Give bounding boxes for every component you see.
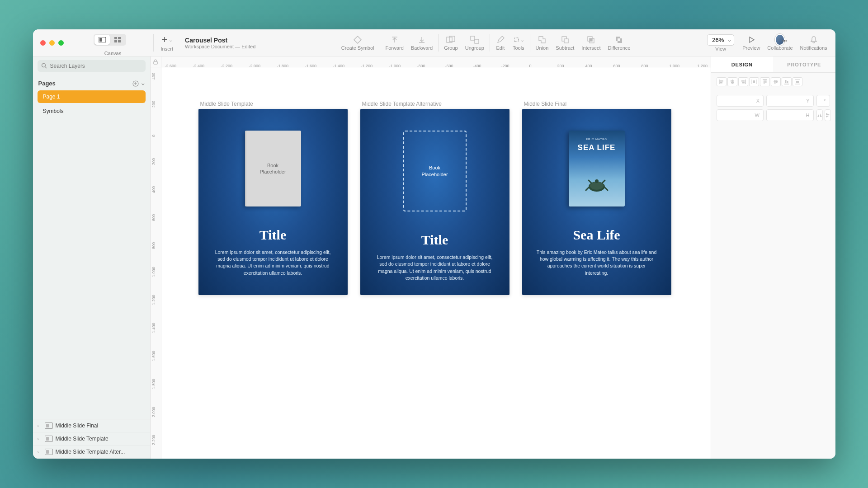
artboard-template-alt[interactable]: Book Placeholder Title Lorem ipsum dolor…: [360, 109, 509, 295]
intersect-button[interactable]: Intersect: [578, 29, 604, 56]
layer-item[interactable]: › Middle Slide Template Alter...: [33, 446, 150, 459]
canvas-view-button[interactable]: [94, 35, 110, 45]
plus-icon: +: [162, 34, 168, 46]
tools-menu[interactable]: ⌵ Tools: [509, 29, 528, 56]
svg-rect-1: [99, 38, 102, 42]
document-subtitle: Workspace Document — Edited: [185, 44, 263, 49]
document-title: Carousel Post: [185, 37, 263, 44]
close-button[interactable]: [40, 40, 46, 46]
artboard-icon: [45, 422, 53, 429]
lock-icon[interactable]: [151, 56, 161, 67]
w-field[interactable]: W: [717, 109, 764, 121]
collapse-pages-button[interactable]: ⌵: [142, 80, 145, 87]
ruler-horizontal: -2.600-2.400-2.200-2.000-1.800-1.600-1.4…: [151, 56, 711, 67]
notifications-button[interactable]: Notifications: [797, 29, 835, 56]
chevron-down-icon: ⌵: [521, 38, 524, 42]
flip-v-button[interactable]: [825, 109, 831, 121]
insert-menu[interactable]: +⌵ Insert: [156, 29, 179, 56]
backward-button[interactable]: Backward: [407, 29, 436, 56]
layer-item[interactable]: › Middle Slide Template: [33, 432, 150, 446]
transform-fields: X Y ° W H: [711, 91, 835, 125]
toolbar: Canvas +⌵ Insert Carousel Post Workspace…: [33, 29, 835, 56]
chevron-right-icon[interactable]: ›: [38, 450, 42, 455]
collaborate-button[interactable]: ••• Collaborate: [764, 29, 796, 56]
grid-view-button[interactable]: [110, 35, 125, 45]
align-top-button[interactable]: [760, 77, 770, 86]
svg-rect-20: [618, 38, 620, 41]
left-panel: Pages ⌵ Page 1 Symbols › Middle Slide Fi…: [33, 56, 151, 459]
search-layers[interactable]: [38, 60, 146, 72]
view-toggle-group: Canvas: [75, 29, 151, 56]
artboard-icon: [45, 436, 53, 442]
edit-button[interactable]: Edit: [492, 29, 509, 56]
svg-rect-49: [785, 80, 787, 83]
svg-rect-17: [590, 38, 592, 41]
traffic-lights: [33, 29, 75, 56]
artboard-label[interactable]: Middle Slide Template: [200, 101, 253, 107]
align-vcenter-button[interactable]: [771, 77, 781, 86]
h-field[interactable]: H: [766, 109, 814, 121]
svg-rect-32: [720, 82, 722, 84]
layer-item[interactable]: › Middle Slide Final: [33, 419, 150, 432]
svg-rect-10: [471, 36, 475, 40]
flip-h-button[interactable]: [816, 109, 823, 121]
artboard-template[interactable]: Book Placeholder Title Lorem ipsum dolor…: [198, 109, 348, 295]
subtract-button[interactable]: Subtract: [552, 29, 578, 56]
page-item-page1[interactable]: Page 1: [38, 90, 146, 103]
create-symbol-button[interactable]: Create Symbol: [338, 29, 378, 56]
slide-title: Sea Life: [573, 227, 620, 243]
ungroup-button[interactable]: Ungroup: [462, 29, 488, 56]
inspector-panel: DESIGN PROTOTYPE X Y ° W H: [711, 56, 835, 459]
view-menu[interactable]: 26% View: [703, 29, 739, 56]
tab-design[interactable]: DESIGN: [711, 56, 774, 72]
search-input[interactable]: [38, 60, 146, 72]
svg-rect-43: [764, 80, 765, 84]
chevron-right-icon[interactable]: ›: [38, 436, 42, 441]
svg-rect-4: [114, 40, 117, 42]
rotation-field[interactable]: °: [816, 95, 830, 107]
y-field[interactable]: Y: [766, 95, 814, 107]
page-item-symbols[interactable]: Symbols: [38, 105, 146, 117]
book-placeholder-dashed: Book Placeholder: [403, 131, 467, 211]
inspector-tabs: DESIGN PROTOTYPE: [711, 56, 835, 73]
svg-rect-31: [720, 80, 723, 82]
svg-rect-3: [118, 37, 121, 39]
chevron-right-icon[interactable]: ›: [38, 423, 42, 428]
artboard-label[interactable]: Middle Slide Template Alternative: [362, 101, 442, 107]
tab-prototype[interactable]: PROTOTYPE: [773, 56, 835, 72]
difference-button[interactable]: Difference: [604, 29, 634, 56]
zoom-select[interactable]: 26%: [707, 34, 734, 46]
bell-icon: [809, 35, 819, 45]
app-window: Canvas +⌵ Insert Carousel Post Workspace…: [33, 29, 835, 459]
group-button[interactable]: Group: [440, 29, 462, 56]
svg-rect-26: [154, 61, 157, 64]
forward-button[interactable]: Forward: [382, 29, 407, 56]
x-field[interactable]: X: [717, 95, 764, 107]
slide-title: Title: [421, 232, 448, 248]
svg-point-21: [42, 64, 45, 67]
pages-header: Pages ⌵: [33, 75, 150, 89]
align-bottom-button[interactable]: [782, 77, 792, 86]
ruler-vertical: -400-20002004006008001.0001.2001.4001.60…: [151, 67, 161, 459]
minimize-button[interactable]: [49, 40, 55, 46]
svg-rect-12: [514, 38, 519, 42]
svg-rect-14: [564, 39, 568, 43]
add-page-button[interactable]: [132, 80, 139, 87]
artboard-final[interactable]: ERIC MATEO SEA LIFE Sea Life This amazin…: [522, 109, 671, 295]
align-left-button[interactable]: [717, 77, 726, 86]
svg-rect-34: [731, 80, 734, 82]
artboard-label[interactable]: Middle Slide Final: [524, 101, 567, 107]
zoom-button[interactable]: [58, 40, 64, 46]
svg-rect-44: [765, 80, 767, 83]
align-right-button[interactable]: [738, 77, 748, 86]
svg-rect-50: [787, 81, 788, 83]
slide-body: Lorem ipsum dolor sit amet, consectetur …: [374, 254, 496, 282]
align-hcenter-button[interactable]: [727, 77, 737, 86]
distribute-h-button[interactable]: [749, 77, 759, 86]
svg-rect-41: [753, 80, 755, 83]
union-button[interactable]: Union: [532, 29, 552, 56]
slide-body: Lorem ipsum dolor sit amet, consectetur …: [212, 249, 334, 277]
preview-button[interactable]: Preview: [739, 29, 764, 56]
canvas[interactable]: Middle Slide Template Book Placeholder T…: [161, 67, 711, 459]
distribute-v-button[interactable]: [793, 77, 802, 86]
